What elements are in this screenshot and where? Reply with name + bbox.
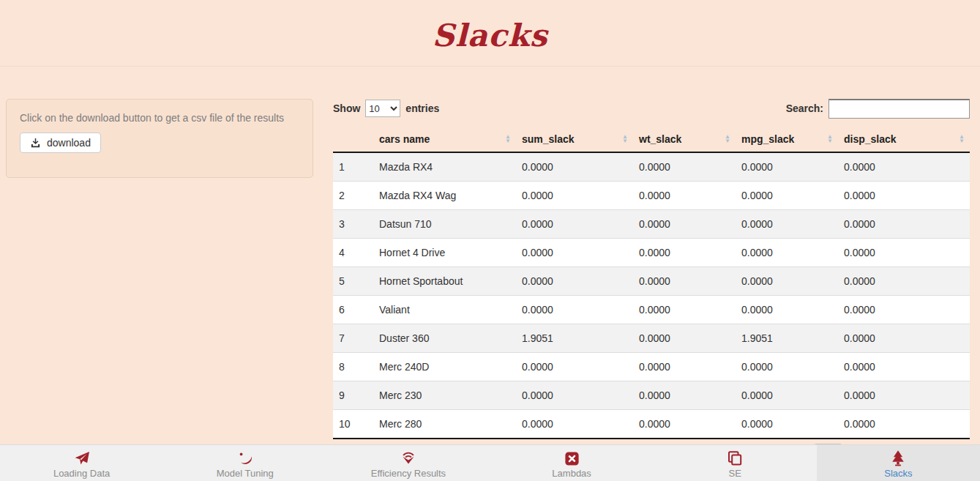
tab-slacks[interactable]: Slacks [817,445,980,481]
slack-value-cell: 0.0000 [516,182,633,210]
tab-label: Lambdas [552,468,591,479]
lambda-square-icon [564,450,580,467]
sort-arrows-icon: ▲▼ [505,135,511,143]
bottom-tab-bar: Loading DataModel TuningEfficiency Resul… [0,444,980,481]
row-index-cell: 9 [333,381,373,410]
row-index-cell: 6 [333,296,373,324]
slack-value-cell: 0.0000 [838,410,970,439]
slack-value-cell: 0.0000 [516,353,633,381]
header-divider [0,66,980,67]
table-row: 9Merc 2300.00000.00000.00000.0000 [333,381,970,410]
download-button-label: download [47,137,91,149]
sound-waves-icon [399,450,418,467]
download-icon [30,138,41,149]
column-header-cars-name[interactable]: cars name▲▼ [373,127,516,152]
column-label: disp_slack [844,133,897,145]
slack-value-cell: 0.0000 [516,239,633,267]
car-name-cell: Merc 240D [373,353,516,381]
tab-label: Loading Data [53,468,110,479]
slack-value-cell: 0.0000 [736,239,838,267]
slack-value-cell: 0.0000 [838,324,970,353]
car-name-cell: Datsun 710 [373,210,516,239]
row-index-cell: 1 [333,152,373,182]
car-name-cell: Duster 360 [373,324,516,353]
tab-model-tuning[interactable]: Model Tuning [163,445,326,481]
slack-value-cell: 1.9051 [736,324,838,353]
slack-value-cell: 0.0000 [516,296,633,324]
tree-icon [889,450,907,467]
row-index-cell: 5 [333,267,373,296]
slack-value-cell: 0.0000 [736,210,838,239]
table-row: 10Merc 2800.00000.00000.00000.0000 [333,410,970,439]
slack-value-cell: 0.0000 [516,410,633,439]
row-index-cell: 2 [333,182,373,210]
slack-value-cell: 0.0000 [838,381,970,410]
slack-value-cell: 0.0000 [736,267,838,296]
slack-value-cell: 0.0000 [838,210,970,239]
slack-value-cell: 0.0000 [838,296,970,324]
page-title: Slacks [0,18,980,53]
slack-value-cell: 1.9051 [516,324,633,353]
download-button[interactable]: download [20,133,101,153]
slack-value-cell: 0.0000 [736,152,838,182]
tab-label: Slacks [884,468,912,479]
page-length-control: Show 10 entries [333,100,439,117]
slack-value-cell: 0.0000 [633,296,736,324]
paper-plane-icon [73,450,91,467]
car-name-cell: Valiant [373,296,516,324]
column-label: mpg_slack [741,133,794,145]
slack-value-cell: 0.0000 [838,239,970,267]
sort-arrows-icon: ▲▼ [827,135,833,143]
column-header-mpg_slack[interactable]: mpg_slack▲▼ [736,127,838,152]
sort-arrows-icon: ▲▼ [725,135,730,143]
tab-se[interactable]: SE [654,445,817,481]
car-name-cell: Mazda RX4 [373,152,516,182]
sort-arrows-icon: ▲▼ [622,135,628,143]
search-control: Search: [786,99,970,119]
slack-value-cell: 0.0000 [516,381,633,410]
column-label: wt_slack [639,133,681,145]
slack-value-cell: 0.0000 [633,210,736,239]
slacks-table: cars name▲▼sum_slack▲▼wt_slack▲▼mpg_slac… [333,127,970,439]
slack-value-cell: 0.0000 [633,152,736,182]
entries-label: entries [405,102,439,114]
column-header-disp_slack[interactable]: disp_slack▲▼ [838,127,970,152]
slack-value-cell: 0.0000 [736,296,838,324]
row-index-cell: 8 [333,353,373,381]
column-label: sum_slack [522,133,575,145]
slack-value-cell: 0.0000 [736,353,838,381]
slack-value-cell: 0.0000 [838,353,970,381]
tab-label: SE [729,468,741,479]
car-name-cell: Merc 280 [373,410,516,439]
slack-value-cell: 0.0000 [633,182,736,210]
row-index-header [333,127,373,152]
slack-value-cell: 0.0000 [516,152,633,182]
table-row: 1Mazda RX40.00000.00000.00000.0000 [333,152,970,182]
slack-value-cell: 0.0000 [516,210,633,239]
slack-value-cell: 0.0000 [633,267,736,296]
slack-value-cell: 0.0000 [838,182,970,210]
tab-label: Model Tuning [217,468,274,479]
download-panel: Click on the download button to get a cs… [6,99,313,178]
slack-value-cell: 0.0000 [838,152,970,182]
car-name-cell: Merc 230 [373,381,516,410]
table-row: 4Hornet 4 Drive0.00000.00000.00000.0000 [333,239,970,267]
tab-lambdas[interactable]: Lambdas [490,445,654,481]
row-index-cell: 3 [333,210,373,239]
tab-efficiency-results[interactable]: Efficiency Results [326,445,490,481]
car-name-cell: Hornet 4 Drive [373,239,516,267]
download-instruction: Click on the download button to get a cs… [20,112,299,124]
column-header-sum_slack[interactable]: sum_slack▲▼ [516,127,633,152]
tab-loading-data[interactable]: Loading Data [0,445,163,481]
column-header-wt_slack[interactable]: wt_slack▲▼ [633,127,736,152]
results-table-area: Show 10 entries Search: cars name▲▼sum_s… [333,97,970,467]
slack-value-cell: 0.0000 [516,267,633,296]
tab-label: Efficiency Results [371,468,446,479]
slack-value-cell: 0.0000 [633,410,736,439]
row-index-cell: 7 [333,324,373,353]
page-length-select[interactable]: 10 [365,100,400,117]
slack-value-cell: 0.0000 [838,267,970,296]
car-name-cell: Mazda RX4 Wag [373,182,516,210]
slack-value-cell: 0.0000 [633,324,736,353]
search-input[interactable] [828,99,970,119]
